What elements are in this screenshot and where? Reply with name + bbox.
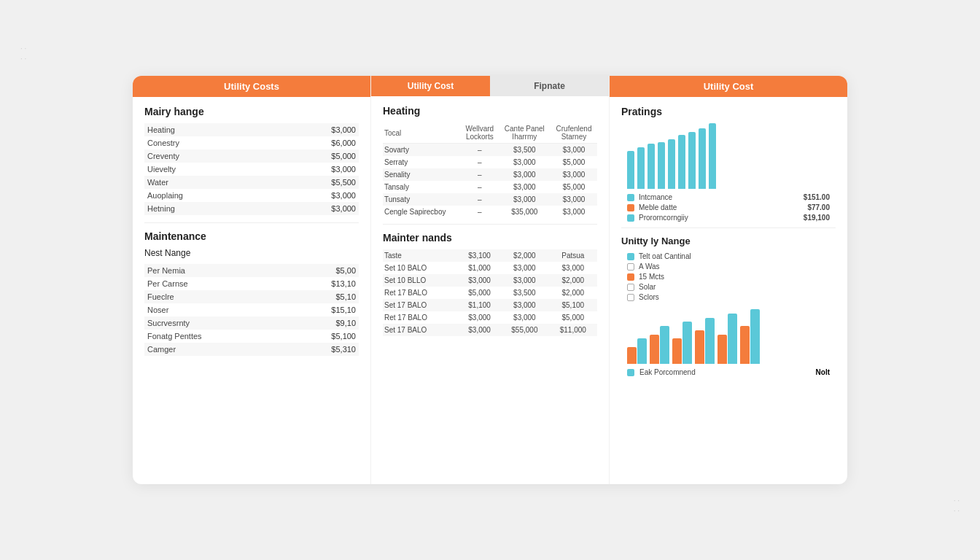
row-value: $3,000 — [268, 189, 359, 202]
bar-group — [695, 318, 715, 364]
row-value: $5,000 — [268, 149, 359, 163]
table-row: Ret 17 BALO$5,000$3,500$2,000 — [383, 287, 597, 299]
row-value: $3,000 — [268, 202, 359, 215]
panel1-table1: Heating$3,000Conestry$6,000Creventy$5,00… — [144, 123, 359, 215]
row-label: Camger — [144, 343, 287, 356]
legend-value: $151.00 — [804, 193, 830, 201]
table-row: Set 17 BALO$1,100$3,000$5,100 — [383, 299, 597, 311]
cell: $3,000 — [500, 262, 548, 274]
row-value: $15,10 — [287, 303, 359, 316]
row-label: Heating — [144, 123, 268, 136]
bar-teal — [637, 338, 647, 364]
panel2-header-row: Utility Cost Fipnate — [371, 76, 609, 96]
unitty-legend-bottom: Eak Porcomnend Nolt — [621, 364, 836, 376]
row-label: Uievelty — [144, 163, 268, 176]
panel1-section3-title: Nest Nange — [144, 248, 359, 258]
bar — [627, 151, 634, 189]
table-row: Conestry$6,000 — [144, 136, 359, 149]
row-value: $6,000 — [268, 136, 359, 149]
row-label: Auoplaing — [144, 189, 268, 202]
cell: Serraty — [383, 156, 461, 168]
cell: Sovarty — [383, 144, 461, 157]
cell: $3,000 — [551, 144, 597, 157]
legend-dot — [627, 194, 634, 201]
cell: $3,000 — [459, 311, 500, 324]
row-value: $5,100 — [287, 330, 359, 343]
bar-group — [672, 322, 692, 364]
cell: $3,000 — [499, 193, 551, 206]
legend-item: Prororncorngiiy$19,100 — [627, 214, 830, 222]
cell: $5,000 — [551, 156, 597, 168]
cell: Cengle Sapirecboy — [383, 206, 461, 218]
cell: $3,000 — [551, 206, 597, 218]
legend-eak-value: Nolt — [816, 368, 830, 376]
bar-orange — [650, 335, 659, 364]
col-cruf: CrufenlendStarney — [551, 122, 597, 144]
main-container: Utility Costs Mairy hange Heating$3,000C… — [133, 76, 847, 484]
cell: Ret 17 BALO — [383, 287, 459, 299]
cell: $3,000 — [551, 193, 597, 206]
col-cante: Cante PanelIharrmy — [499, 122, 551, 144]
bar-teal — [750, 309, 760, 364]
cell: $11,000 — [549, 324, 597, 336]
row-value: $5,500 — [268, 176, 359, 189]
cell: Set 17 BALO — [383, 324, 459, 336]
col-wellvard: WellvardLockorts — [461, 122, 499, 144]
table-row: Water$5,500 — [144, 176, 359, 189]
legend-dot — [627, 294, 634, 301]
row-value: $9,10 — [287, 316, 359, 330]
cell: Taste — [383, 249, 459, 262]
bar-group — [627, 338, 647, 364]
cell: $3,000 — [551, 168, 597, 181]
cell: $2,000 — [549, 287, 597, 299]
row-label: Per Nemia — [144, 264, 287, 277]
legend-dot — [627, 204, 634, 211]
table-row: Tansaly–$3,000$5,000 — [383, 181, 597, 193]
bar-teal — [705, 318, 715, 364]
row-label: Noser — [144, 303, 287, 316]
table-row: Uievelty$3,000 — [144, 163, 359, 176]
legend-dot — [627, 253, 634, 260]
legend-label: Meble datte — [639, 203, 677, 211]
cell: $5,000 — [549, 311, 597, 324]
cell: $5,000 — [459, 287, 500, 299]
panel1-section2-title: Maintenance — [144, 230, 359, 242]
cell: $3,000 — [549, 262, 597, 274]
cell: $5,000 — [551, 181, 597, 193]
row-value: $5,10 — [287, 290, 359, 303]
cell: $3,000 — [499, 181, 551, 193]
cell: – — [461, 206, 499, 218]
legend-value: $19,100 — [804, 214, 830, 222]
bar-group — [650, 326, 669, 364]
table-row: Sucrvesrnty$9,10 — [144, 316, 359, 330]
row-label: Sucrvesrnty — [144, 316, 287, 330]
row-label: Per Carnse — [144, 277, 287, 290]
decorative-dots-2: · ·· · — [954, 496, 960, 516]
cell: $3,000 — [500, 274, 548, 287]
table-row: Set 10 BLLO$3,000$3,000$2,000 — [383, 274, 597, 287]
row-label: Fueclre — [144, 290, 287, 303]
table-row: Hetning$3,000 — [144, 202, 359, 215]
legend-label: Solar — [639, 283, 656, 291]
table-row: Taste$3,100$2,000Patsua — [383, 249, 597, 262]
cell: Tansaly — [383, 181, 461, 193]
cell: – — [461, 156, 499, 168]
legend-label: 15 Mcts — [639, 273, 664, 281]
table-row: Per Carnse$13,10 — [144, 277, 359, 290]
bar-teal — [682, 322, 692, 364]
legend-item: Solar — [627, 283, 830, 291]
cell: $3,000 — [500, 299, 548, 311]
row-value: $5,310 — [287, 343, 359, 356]
legend-label: Prororncorngiiy — [639, 214, 688, 222]
pratings-bar-chart — [621, 123, 836, 189]
table-row: Fonatg Penttes$5,100 — [144, 330, 359, 343]
cell: $1,000 — [459, 262, 500, 274]
row-label: Conestry — [144, 136, 268, 149]
legend-label: Telt oat Cantinal — [639, 252, 691, 260]
legend-item: A Was — [627, 262, 830, 271]
bar — [709, 123, 716, 189]
bar — [648, 144, 655, 189]
panel3-content: Pratings Intcmance$151.00Meble datte$77.… — [610, 106, 847, 376]
row-value: $3,000 — [268, 163, 359, 176]
pratings-legend: Intcmance$151.00Meble datte$77.00Prororn… — [621, 189, 836, 222]
